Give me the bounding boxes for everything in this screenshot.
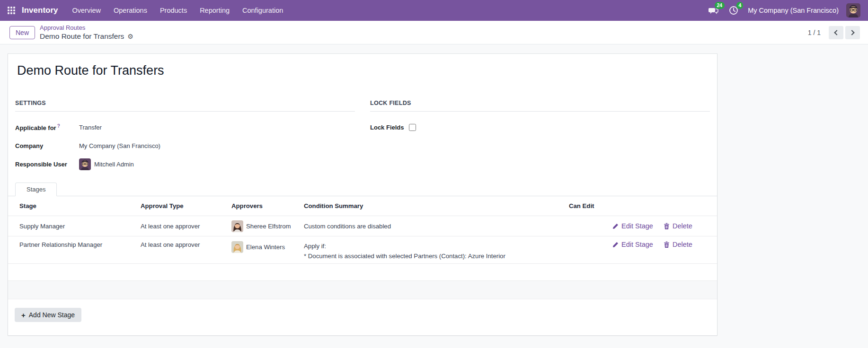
menu-reporting[interactable]: Reporting <box>200 7 230 14</box>
pencil-icon <box>612 242 619 248</box>
control-panel: New Approval Routes Demo Route for Trans… <box>0 21 868 44</box>
field-lock-fields: Lock Fields <box>370 118 710 137</box>
messages-icon[interactable]: 24 <box>708 5 720 16</box>
sheree-elfstrom-avatar <box>231 220 243 232</box>
breadcrumb: Approval Routes Demo Route for Transfers… <box>40 24 133 41</box>
field-company: Company My Company (San Francisco) <box>15 137 355 155</box>
muted-table-row <box>8 281 717 299</box>
add-new-stage-button[interactable]: + Add New Stage <box>15 308 81 322</box>
table-row-partner-relationship-manager[interactable]: Partner Relationship Manager At least on… <box>8 236 717 264</box>
column-condition-summary: Condition Summary <box>297 202 569 209</box>
table-row-supply-manager[interactable]: Supply Manager At least one approver She… <box>8 216 717 236</box>
field-responsible-user: Responsible User <box>15 155 355 174</box>
top-navbar: Inventory Overview Operations Products R… <box>0 0 868 21</box>
company-label: Company <box>15 142 79 149</box>
pencil-icon <box>612 223 619 229</box>
notebook: Stages Stage Approval Type Approvers Con… <box>8 183 717 322</box>
form-sheet: Demo Route for Transfers SETTINGS Applic… <box>8 53 717 336</box>
column-approval-type: Approval Type <box>141 202 224 209</box>
stages-table-header: Stage Approval Type Approvers Condition … <box>8 196 717 216</box>
apps-menu-icon[interactable] <box>8 7 15 14</box>
elena-winters-avatar <box>231 241 243 253</box>
lock-fields-label: Lock Fields <box>370 124 405 131</box>
row-actions: Edit Stage Delete <box>606 236 718 248</box>
menu-overview[interactable]: Overview <box>72 7 101 14</box>
chevron-left-icon <box>834 30 839 35</box>
user-avatar[interactable] <box>846 3 860 17</box>
approval-type-cell: At least one approver <box>141 236 224 248</box>
help-icon[interactable]: ? <box>57 123 60 129</box>
condition-summary-cell: Custom conditions are disabled <box>297 221 569 231</box>
company-value[interactable]: My Company (San Francisco) <box>79 142 160 149</box>
settings-group: SETTINGS Applicable for? Transfer Compan… <box>15 99 355 174</box>
mitchell-admin-avatar-image <box>846 3 860 17</box>
breadcrumb-parent-link[interactable]: Approval Routes <box>40 24 133 32</box>
app-name[interactable]: Inventory <box>22 6 58 15</box>
activities-icon[interactable]: 4 <box>728 5 740 16</box>
menu-products[interactable]: Products <box>160 7 187 14</box>
trash-icon <box>664 223 670 229</box>
mitchell-admin-avatar <box>79 158 91 170</box>
column-approvers: Approvers <box>224 202 297 209</box>
lock-fields-heading: LOCK FIELDS <box>370 99 710 112</box>
responsible-user-value[interactable]: Mitchell Admin <box>79 158 134 170</box>
condition-summary-cell: Apply if: * Document is associated with … <box>297 236 569 261</box>
settings-heading: SETTINGS <box>15 99 355 112</box>
column-stage: Stage <box>8 202 141 209</box>
pager-next-button[interactable] <box>845 26 860 39</box>
applicable-for-label: Applicable for? <box>15 123 79 131</box>
responsible-user-label: Responsible User <box>15 161 79 168</box>
new-button[interactable]: New <box>9 26 35 39</box>
activities-count-badge: 4 <box>736 2 743 9</box>
stage-cell: Partner Relationship Manager <box>8 236 141 248</box>
approver-name: Elena Winters <box>246 244 285 251</box>
gear-icon[interactable]: ⚙ <box>127 33 133 40</box>
edit-stage-button[interactable]: Edit Stage <box>612 241 653 248</box>
menu-configuration[interactable]: Configuration <box>242 7 283 14</box>
menu-operations[interactable]: Operations <box>114 7 147 14</box>
approver-name: Sheree Elfstrom <box>246 223 291 230</box>
plus-icon: + <box>21 312 26 319</box>
lock-fields-checkbox[interactable] <box>409 124 416 131</box>
record-title[interactable]: Demo Route for Transfers <box>17 61 717 79</box>
stage-cell: Supply Manager <box>8 223 141 230</box>
trash-icon <box>664 241 670 248</box>
company-switcher[interactable]: My Company (San Francisco) <box>748 7 839 14</box>
approvers-cell: Sheree Elfstrom <box>224 220 297 232</box>
column-can-edit: Can Edit <box>569 202 606 209</box>
applicable-for-value[interactable]: Transfer <box>79 124 102 131</box>
empty-table-row <box>8 264 717 281</box>
lock-fields-group: LOCK FIELDS Lock Fields <box>370 99 710 174</box>
approvers-cell: Elena Winters <box>224 236 297 253</box>
breadcrumb-current: Demo Route for Transfers <box>40 32 124 41</box>
field-applicable-for: Applicable for? Transfer <box>15 118 355 137</box>
responsible-user-name: Mitchell Admin <box>94 161 134 168</box>
row-actions: Edit Stage Delete <box>606 222 718 230</box>
delete-button[interactable]: Delete <box>664 222 692 230</box>
chevron-right-icon <box>849 30 854 35</box>
pager: 1 / 1 <box>808 26 860 39</box>
pager-previous-button[interactable] <box>829 26 843 39</box>
tab-stages[interactable]: Stages <box>15 183 57 196</box>
pager-count: 1 / 1 <box>808 29 821 36</box>
messages-count-badge: 24 <box>715 2 725 9</box>
approval-type-cell: At least one approver <box>141 223 224 230</box>
edit-stage-button[interactable]: Edit Stage <box>612 222 653 230</box>
main-menu: Overview Operations Products Reporting C… <box>72 7 283 14</box>
delete-button[interactable]: Delete <box>664 241 692 248</box>
